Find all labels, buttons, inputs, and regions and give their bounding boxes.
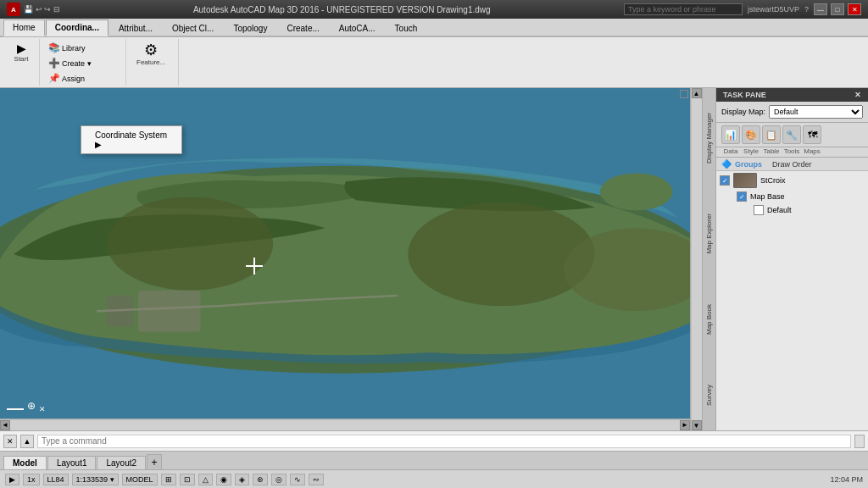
dropdown-coordinate-system[interactable]: Coordinate System ▶: [81, 128, 181, 152]
dyn-status[interactable]: ∾: [309, 474, 324, 485]
command-input[interactable]: [37, 435, 851, 448]
scroll-track[interactable]: [692, 98, 702, 420]
otrack-status[interactable]: ◎: [271, 474, 287, 485]
layout1-tab[interactable]: Layout1: [47, 456, 97, 469]
user-label: jstewartD5UVP: [748, 5, 799, 14]
tab-autoca[interactable]: AutoCA...: [330, 20, 385, 36]
map-explorer-label[interactable]: Map Explorer: [704, 212, 715, 256]
layer-item-stcroix[interactable]: ✓ StCroix: [716, 171, 868, 190]
cmd-scrollbar[interactable]: [854, 435, 865, 448]
task-pane-title: TASK PANE: [723, 91, 766, 99]
speed-status[interactable]: 1x: [23, 474, 40, 485]
polar-status[interactable]: ◉: [216, 474, 231, 485]
coordinate-system-status[interactable]: LL84: [43, 474, 69, 485]
library-icon: 📚: [48, 42, 60, 53]
survey-label[interactable]: Survey: [704, 383, 715, 408]
task-groups-row: 🔷 Groups Draw Order: [716, 158, 868, 171]
scale-status[interactable]: 1:133539 ▾: [72, 474, 119, 485]
style-label: Style: [742, 147, 760, 155]
mapbase-label: Map Base: [750, 192, 785, 201]
display-map-row: Display Map: Default: [716, 102, 868, 123]
3dosnap-status[interactable]: ⊛: [253, 474, 268, 485]
quick-access-toolbar: 💾 ↩ ↪ ⊟: [24, 5, 60, 14]
draw-order-tab[interactable]: Draw Order: [772, 160, 812, 169]
assign-icon: 📌: [48, 73, 60, 84]
cmd-up-button[interactable]: ▲: [20, 435, 34, 448]
window-controls: — □ ✕: [814, 3, 861, 15]
stcroix-label: StCroix: [760, 176, 786, 185]
style-icon-button[interactable]: 🎨: [742, 125, 760, 144]
vertical-scrollbar[interactable]: ▲ ▼: [690, 88, 702, 430]
horizontal-scroll-track[interactable]: [10, 420, 680, 430]
svg-rect-6: [138, 291, 200, 332]
default-checkbox[interactable]: [754, 205, 764, 215]
task-pane-header: TASK PANE ✕: [716, 88, 868, 102]
scroll-down-button[interactable]: ▼: [692, 420, 702, 430]
osnap-status[interactable]: ◈: [235, 474, 249, 485]
scroll-up-button[interactable]: ▲: [692, 88, 702, 98]
tab-create[interactable]: Create...: [277, 20, 328, 36]
snap-status[interactable]: ⊡: [180, 474, 195, 485]
table-icon-button[interactable]: 📋: [762, 125, 781, 144]
assign-label: Assign: [62, 75, 85, 83]
default-label: Default: [767, 206, 792, 214]
maps-icon-button[interactable]: 🗺: [803, 125, 821, 144]
library-button[interactable]: 📚 Library: [47, 41, 93, 55]
stcroix-thumbnail: [733, 173, 757, 188]
feature-button[interactable]: ⚙ Feature...: [133, 41, 169, 68]
create-button[interactable]: ➕ Create ▾: [47, 56, 93, 70]
display-map-select[interactable]: Default: [769, 105, 863, 119]
layout2-tab[interactable]: Layout2: [97, 456, 146, 469]
tab-home[interactable]: Home: [3, 19, 45, 36]
ortho-status[interactable]: △: [198, 474, 213, 485]
groups-tab[interactable]: Groups: [735, 160, 762, 169]
layer-item-default[interactable]: Default: [750, 203, 868, 217]
task-icon-labels-row: Data Style Table Tools Maps: [716, 147, 868, 158]
layer-item-mapbase[interactable]: ✓ Map Base: [733, 190, 868, 203]
layer-list: ✓ StCroix ✓ Map Base Default: [716, 171, 868, 430]
model-status[interactable]: MODEL: [122, 474, 158, 485]
minimize-button[interactable]: —: [814, 3, 827, 15]
groups-icon: 🔷: [721, 159, 732, 169]
map-book-label[interactable]: Map Book: [704, 302, 715, 336]
ribbon-group-feature: ⚙ Feature...: [128, 39, 179, 86]
add-tab-button[interactable]: +: [147, 454, 162, 469]
task-pane-close[interactable]: ✕: [854, 91, 861, 99]
feature-icon: ⚙: [144, 42, 158, 58]
assign-button[interactable]: 📌 Assign: [47, 71, 93, 86]
viewport-indicator: [680, 90, 688, 98]
ucs-icon: ⊕ ✕: [7, 400, 46, 413]
ducs-status[interactable]: ∿: [290, 474, 305, 485]
close-button[interactable]: ✕: [848, 3, 861, 15]
scroll-left-button[interactable]: ◄: [0, 420, 10, 430]
search-input[interactable]: [624, 3, 743, 15]
data-icon-button[interactable]: 📊: [721, 125, 740, 144]
titlebar: A 💾 ↩ ↪ ⊟ Autodesk AutoCAD Map 3D 2016 -…: [0, 0, 868, 19]
cmd-close-button[interactable]: ✕: [3, 435, 17, 448]
maps-label: Maps: [803, 147, 821, 155]
grid-status[interactable]: ⊞: [161, 474, 176, 485]
ribbon-group-start: ▶ Start: [3, 39, 40, 86]
play-status[interactable]: ▶: [5, 474, 19, 485]
ucs-close[interactable]: ✕: [39, 405, 46, 413]
tab-topology[interactable]: Topology: [224, 20, 276, 36]
mapbase-checkbox[interactable]: ✓: [737, 191, 747, 202]
ribbon-panel: ▶ Start 📚 Library ➕ Create ▾ 📌 Assign: [0, 37, 868, 88]
tools-icon-button[interactable]: 🔧: [782, 125, 801, 144]
horizontal-scrollbar[interactable]: ◄ ►: [0, 419, 690, 430]
stcroix-checkbox[interactable]: ✓: [720, 175, 730, 186]
tab-object-cl[interactable]: Object Cl...: [163, 20, 223, 36]
display-manager-label[interactable]: Display Manager: [704, 111, 715, 165]
maximize-button[interactable]: □: [831, 3, 844, 15]
clock: 12:04 PM: [830, 475, 863, 484]
tab-coordina[interactable]: Coordina...: [46, 19, 108, 36]
tab-attribut[interactable]: Attribut...: [109, 20, 162, 36]
dropdown-menu: Coordinate System ▶: [81, 125, 182, 154]
scroll-right-button[interactable]: ►: [680, 420, 690, 430]
start-button[interactable]: ▶ Start: [8, 41, 34, 64]
svg-point-5: [600, 173, 673, 210]
tab-touch[interactable]: Touch: [386, 20, 427, 36]
svg-point-3: [408, 202, 594, 306]
model-tab[interactable]: Model: [3, 456, 47, 469]
side-panel-labels: Display Manager Map Explorer Map Book Su…: [702, 88, 715, 430]
